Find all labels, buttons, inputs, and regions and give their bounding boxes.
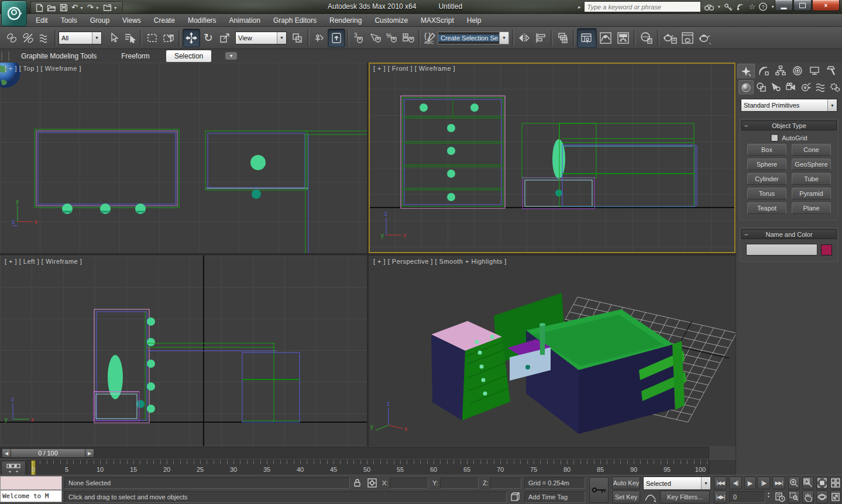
object-type-button[interactable]: Plane xyxy=(792,202,831,214)
new-file-icon[interactable] xyxy=(36,4,43,12)
helpers-category-icon[interactable] xyxy=(799,80,813,94)
select-and-scale-icon[interactable] xyxy=(216,29,233,47)
rendered-frame-window-icon[interactable] xyxy=(679,29,696,47)
play-button[interactable]: ▶ xyxy=(744,477,756,489)
cameras-category-icon[interactable] xyxy=(783,80,798,94)
object-type-button[interactable]: Sphere xyxy=(747,158,786,170)
selection-filter-dropdown[interactable]: All▼ xyxy=(59,32,102,44)
unlink-selection-icon[interactable] xyxy=(20,29,36,47)
communication-center-icon[interactable] xyxy=(736,3,745,11)
viewport-top[interactable]: [ + ] [ Top ] [ Wireframe ] xyxy=(0,63,367,253)
keyboard-shortcut-override-icon[interactable] xyxy=(328,29,345,47)
application-menu-button[interactable] xyxy=(1,1,27,26)
open-mini-curve-editor-button[interactable] xyxy=(1,461,26,475)
zoom-region-button[interactable] xyxy=(788,491,800,503)
menu-item[interactable]: Views xyxy=(116,15,147,26)
open-file-icon[interactable] xyxy=(47,4,56,12)
isolate-cube-icon[interactable] xyxy=(510,492,521,502)
align-icon[interactable] xyxy=(532,29,549,47)
z-coordinate-field[interactable] xyxy=(490,478,521,489)
angle-snap-toggle-icon[interactable] xyxy=(367,29,384,47)
object-type-rollout-header[interactable]: − Object Type xyxy=(741,120,837,130)
set-key-button[interactable]: Set Key xyxy=(612,491,640,503)
viewport-left-label[interactable]: [ + ] [ Left ] [ Wireframe ] xyxy=(5,258,82,265)
motion-tab-icon[interactable] xyxy=(789,64,806,78)
minimize-button[interactable]: ▬ xyxy=(775,0,793,11)
default-in-out-tangents-icon[interactable] xyxy=(644,491,658,503)
render-setup-icon[interactable] xyxy=(661,29,679,47)
set-keys-button[interactable] xyxy=(589,477,609,503)
next-frame-arrow-icon[interactable]: ▶ xyxy=(85,448,94,458)
object-type-button[interactable]: Torus xyxy=(747,188,786,199)
viewport-left[interactable]: [ + ] [ Left ] [ Wireframe ] xyxy=(0,256,367,446)
project-folder-icon[interactable] xyxy=(103,4,112,12)
ribbon-tab[interactable]: Freeform xyxy=(113,50,158,62)
shapes-category-icon[interactable] xyxy=(754,80,768,94)
absolute-mode-transform-icon[interactable] xyxy=(367,478,378,488)
favorites-star-icon[interactable]: ☆ xyxy=(748,2,755,11)
menu-item[interactable]: Tools xyxy=(54,15,84,26)
select-and-link-icon[interactable] xyxy=(4,29,20,47)
reference-coordinate-system-dropdown[interactable]: View▼ xyxy=(235,32,287,44)
percent-snap-toggle-icon[interactable]: % xyxy=(384,29,400,47)
viewport-front-label[interactable]: [ + ] [ Front ] [ Wireframe ] xyxy=(373,65,455,72)
redo-dropdown-icon[interactable]: ▼ xyxy=(95,6,99,10)
window-crossing-toggle-icon[interactable] xyxy=(160,29,177,47)
rectangular-selection-region-icon[interactable] xyxy=(144,29,160,47)
add-time-tag[interactable]: Add Time Tag xyxy=(524,491,585,503)
key-login-icon[interactable] xyxy=(724,3,733,11)
object-name-input[interactable] xyxy=(746,244,817,256)
select-object-icon[interactable] xyxy=(105,29,122,47)
menu-item[interactable]: Rendering xyxy=(323,15,368,26)
graphite-modeling-tools-toggle-icon[interactable] xyxy=(577,28,597,48)
go-to-start-button[interactable]: |◀◀ xyxy=(714,477,727,489)
object-type-button[interactable]: Box xyxy=(747,144,786,156)
viewport-perspective[interactable]: [ + ] [ Perspective ] [ Smooth + Highlig… xyxy=(369,256,736,446)
autogrid-checkbox[interactable] xyxy=(771,134,778,141)
menu-item[interactable]: Animation xyxy=(223,15,267,26)
binoculars-icon[interactable] xyxy=(704,3,714,11)
ribbon-minimize-icon[interactable]: ▼ xyxy=(225,52,237,60)
spinner-snap-toggle-icon[interactable] xyxy=(400,29,417,47)
name-and-color-rollout-header[interactable]: − Name and Color xyxy=(741,229,837,239)
zoom-all-button[interactable] xyxy=(802,477,814,489)
zoom-extents-button[interactable] xyxy=(816,477,828,489)
current-frame-field[interactable]: 0 xyxy=(729,491,765,503)
object-type-button[interactable]: Cylinder xyxy=(747,173,786,185)
save-file-icon[interactable] xyxy=(60,4,68,12)
named-selection-sets-dropdown[interactable]: Create Selection Se▼ xyxy=(438,32,509,44)
frame-spinner[interactable]: ▲ ▼ xyxy=(765,491,772,503)
auto-key-button[interactable]: Auto Key xyxy=(612,477,640,489)
maxscript-macro-recorder[interactable] xyxy=(0,476,62,490)
ribbon-tab[interactable]: Graphite Modeling Tools xyxy=(13,50,105,62)
material-editor-icon[interactable] xyxy=(638,29,655,47)
orbit-button[interactable] xyxy=(816,491,828,503)
menu-item[interactable]: MAXScript xyxy=(414,15,460,26)
layer-manager-icon[interactable] xyxy=(555,29,571,47)
category-dropdown[interactable]: Standard Primitives ▼ xyxy=(741,99,837,112)
object-type-button[interactable]: Pyramid xyxy=(792,188,831,199)
menu-item[interactable]: Modifiers xyxy=(181,15,223,26)
select-by-name-icon[interactable] xyxy=(122,29,138,47)
space-warps-category-icon[interactable] xyxy=(813,80,827,94)
render-production-icon[interactable] xyxy=(696,29,714,47)
ribbon-drag-handle[interactable] xyxy=(1,51,9,61)
viewport-perspective-label[interactable]: [ + ] [ Perspective ] [ Smooth + Highlig… xyxy=(373,258,507,265)
edit-named-selection-sets-icon[interactable]: { }ABC xyxy=(422,29,438,47)
object-type-button[interactable]: Teapot xyxy=(747,202,786,214)
object-type-button[interactable]: Tube xyxy=(792,173,831,185)
zoom-button[interactable] xyxy=(788,477,800,489)
menu-item[interactable]: Create xyxy=(147,15,181,26)
object-type-button[interactable]: GeoSphere xyxy=(792,158,831,170)
maxscript-mini-listener[interactable]: Welcome to M xyxy=(0,490,62,502)
systems-category-icon[interactable] xyxy=(828,80,842,94)
pan-view-button[interactable] xyxy=(802,491,814,503)
undo-dropdown-icon[interactable]: ▼ xyxy=(80,6,84,10)
mirror-icon[interactable] xyxy=(516,29,532,47)
selection-lock-icon[interactable] xyxy=(353,478,362,488)
menu-item[interactable]: Group xyxy=(84,15,116,26)
menu-item[interactable]: Help xyxy=(460,15,488,26)
lights-category-icon[interactable] xyxy=(769,80,783,94)
utilities-tab-icon[interactable] xyxy=(823,64,840,78)
select-and-rotate-icon[interactable]: ↻ xyxy=(200,29,216,47)
